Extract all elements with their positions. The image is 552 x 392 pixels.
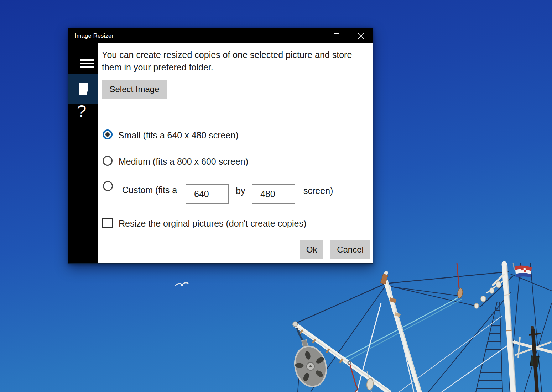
custom-height-input[interactable]	[252, 184, 295, 204]
minimize-icon	[309, 36, 314, 36]
croatian-flag	[515, 265, 532, 277]
description-text: You can create resized copies of one sel…	[102, 49, 366, 74]
custom-label-prefix[interactable]: Custom (fits a	[122, 185, 177, 195]
resize-original-checkbox[interactable]	[102, 218, 113, 228]
ratline-ladder	[476, 302, 502, 392]
radio-custom[interactable]	[103, 181, 113, 191]
maximize-icon	[334, 33, 339, 38]
radio-medium-label[interactable]: Medium (fits a 800 x 600 screen)	[119, 157, 248, 167]
sidebar-item-help[interactable]: ?	[68, 100, 98, 129]
minimize-button[interactable]	[303, 28, 320, 44]
radio-small[interactable]	[103, 129, 113, 139]
red-halyard-block	[457, 263, 463, 298]
close-icon	[358, 33, 364, 39]
window-body: ? You can create resized copies of one s…	[68, 43, 373, 263]
radio-medium[interactable]	[103, 156, 113, 166]
seagull	[175, 283, 188, 286]
picture-page-icon	[79, 83, 88, 95]
resize-original-label[interactable]: Resize the orginal pictures (don't creat…	[119, 218, 306, 229]
select-image-button[interactable]: Select Image	[102, 80, 167, 99]
radio-small-label[interactable]: Small (fits a 640 x 480 screen)	[118, 130, 239, 141]
custom-label-suffix: screen)	[303, 186, 333, 196]
title-bar: Image Resizer	[68, 28, 373, 43]
sidebar: ?	[68, 43, 98, 263]
maximize-button[interactable]	[328, 28, 344, 44]
main-content: You can create resized copies of one sel…	[98, 43, 373, 263]
window-title: Image Resizer	[75, 32, 114, 39]
cancel-button[interactable]: Cancel	[330, 240, 370, 259]
image-resizer-window: Image Resizer ? You can create resized c…	[68, 28, 373, 264]
desktop-background: { "window": { "title": "Image Resizer" }…	[0, 0, 552, 392]
sidebar-item-resize[interactable]	[68, 74, 98, 104]
ok-button[interactable]: Ok	[300, 240, 323, 259]
help-icon: ?	[77, 102, 86, 119]
hamburger-button[interactable]	[68, 54, 98, 71]
close-button[interactable]	[353, 28, 369, 44]
custom-by-label: by	[236, 186, 245, 196]
custom-width-input[interactable]	[186, 184, 229, 204]
